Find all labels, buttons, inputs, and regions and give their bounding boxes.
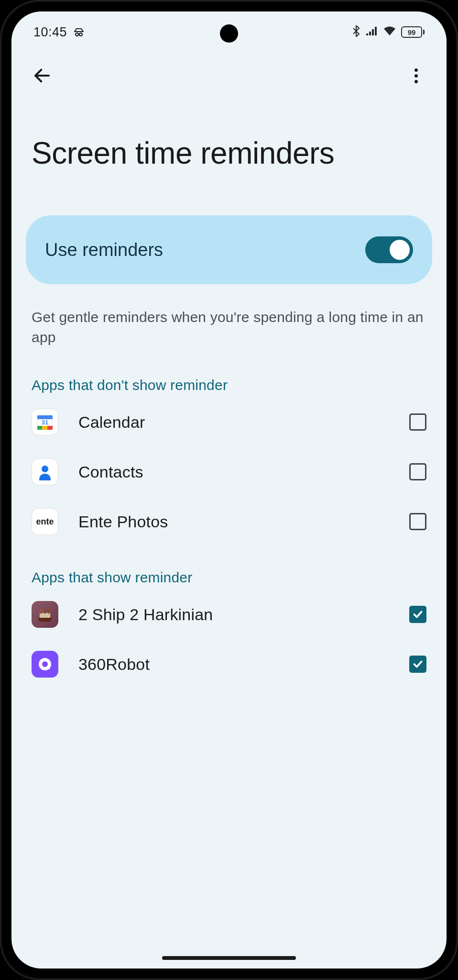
app-row-ship[interactable]: 2 Ship 2 Harkinian — [26, 590, 432, 639]
svg-point-1 — [79, 33, 82, 36]
page-title: Screen time reminders — [32, 134, 426, 172]
svg-point-22 — [48, 667, 50, 669]
battery-indicator: 99 — [401, 26, 425, 38]
app-name-label: 360Robot — [78, 655, 389, 674]
signal-icon — [366, 26, 378, 38]
incognito-icon — [73, 26, 85, 38]
app-checkbox[interactable] — [409, 606, 426, 623]
section-header-reminder: Apps that show reminder — [32, 569, 426, 586]
app-checkbox[interactable] — [409, 513, 426, 530]
svg-rect-6 — [375, 27, 377, 35]
status-time: 10:45 — [33, 25, 67, 40]
ship-app-icon — [32, 601, 58, 628]
bluetooth-icon — [351, 25, 361, 39]
svg-rect-18 — [48, 608, 49, 614]
app-name-label: Ente Photos — [78, 512, 389, 531]
svg-point-0 — [76, 33, 78, 36]
app-checkbox[interactable] — [409, 463, 426, 480]
wifi-icon — [383, 26, 396, 38]
svg-text:31: 31 — [42, 419, 48, 426]
ente-app-icon: ente — [32, 508, 58, 535]
robot-app-icon — [32, 651, 58, 678]
app-checkbox[interactable] — [409, 656, 426, 673]
back-button[interactable] — [29, 62, 55, 89]
app-name-label: Calendar — [78, 413, 389, 432]
svg-rect-11 — [42, 426, 47, 430]
calendar-app-icon: 31 — [32, 409, 58, 435]
use-reminders-toggle-card[interactable]: Use reminders — [26, 215, 432, 284]
svg-rect-10 — [37, 426, 42, 430]
toggle-label: Use reminders — [45, 240, 163, 260]
svg-rect-3 — [366, 33, 368, 35]
navigation-bar-handle[interactable] — [162, 956, 296, 960]
svg-rect-17 — [44, 607, 45, 614]
svg-rect-4 — [369, 32, 371, 35]
use-reminders-switch[interactable] — [365, 236, 413, 263]
svg-point-21 — [42, 661, 48, 667]
app-row-contacts[interactable]: Contacts — [26, 447, 432, 497]
app-checkbox[interactable] — [409, 413, 426, 431]
app-name-label: Contacts — [78, 463, 389, 481]
camera-punch-hole — [220, 24, 238, 43]
svg-rect-12 — [47, 426, 53, 430]
contacts-app-icon — [32, 458, 58, 485]
app-row-ente[interactable]: ente Ente Photos — [26, 497, 432, 546]
app-row-calendar[interactable]: 31 Calendar — [26, 397, 432, 447]
app-row-robot[interactable]: 360Robot — [26, 639, 432, 689]
description-text: Get gentle reminders when you're spendin… — [32, 307, 426, 347]
overflow-menu-button[interactable] — [403, 62, 429, 89]
svg-rect-5 — [372, 29, 374, 35]
svg-point-14 — [42, 466, 48, 472]
app-name-label: 2 Ship 2 Harkinian — [78, 605, 389, 624]
section-header-no-reminder: Apps that don't show reminder — [32, 377, 426, 393]
